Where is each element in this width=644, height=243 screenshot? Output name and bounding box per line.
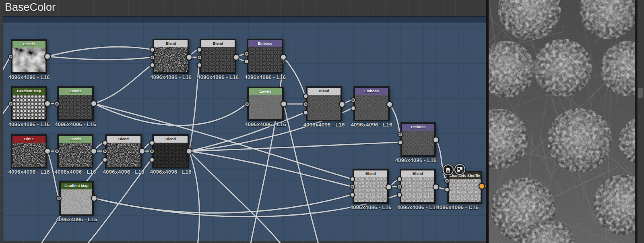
output-port[interactable] — [139, 148, 145, 154]
node-blend[interactable]: Blend — [105, 135, 142, 168]
node-header: Emboss — [355, 88, 388, 95]
input-port[interactable] — [102, 149, 107, 154]
node-blend[interactable]: Blend — [353, 169, 388, 204]
input-port[interactable] — [397, 184, 402, 189]
node-thumbnail — [12, 143, 45, 167]
input-port[interactable] — [149, 140, 155, 145]
input-port[interactable] — [150, 55, 155, 60]
input-port[interactable] — [102, 157, 107, 162]
node-dirt[interactable]: Dirt 1 — [11, 135, 47, 168]
node-levels[interactable]: Levels — [11, 39, 47, 73]
output-port[interactable] — [386, 184, 392, 190]
node-resolution-label: 4096x4096 - L16 — [55, 121, 96, 127]
graph-title: BaseColor — [5, 1, 56, 14]
node-blend[interactable]: Blend — [200, 39, 236, 73]
output-port[interactable] — [186, 148, 192, 154]
node-levels[interactable]: Levels — [248, 87, 283, 120]
node-blend[interactable]: Blend — [153, 135, 189, 168]
input-port[interactable] — [351, 106, 356, 111]
channels-icon-badge[interactable] — [454, 164, 465, 175]
input-port[interactable] — [56, 196, 62, 201]
input-port[interactable] — [150, 47, 155, 52]
input-port[interactable] — [398, 132, 403, 137]
node-thumbnail — [61, 189, 92, 214]
node-thumbnail — [249, 95, 282, 119]
input-port[interactable] — [8, 101, 13, 106]
input-port[interactable] — [244, 102, 250, 107]
node-thumbnail — [107, 143, 140, 167]
input-port[interactable] — [303, 93, 308, 99]
node-emboss[interactable]: Emboss — [401, 123, 436, 156]
input-port[interactable] — [351, 98, 356, 103]
node-blend[interactable]: Blend — [400, 169, 436, 204]
input-port[interactable] — [444, 187, 450, 192]
input-port[interactable] — [8, 54, 13, 59]
input-port[interactable] — [197, 62, 202, 68]
node-levels[interactable]: Levels — [58, 87, 93, 120]
input-port[interactable] — [54, 101, 60, 106]
node-resolution-label: 4096x4096 - L16 — [397, 204, 439, 210]
input-port[interactable] — [397, 177, 402, 182]
output-port[interactable] — [91, 195, 97, 201]
node-emboss[interactable]: Emboss — [354, 87, 389, 121]
input-port[interactable] — [444, 178, 450, 183]
input-port[interactable] — [350, 177, 355, 182]
input-port[interactable] — [197, 47, 202, 52]
node-thumbnail — [308, 95, 341, 120]
output-port[interactable] — [44, 53, 51, 60]
input-port[interactable] — [149, 149, 155, 154]
node-header: Blend — [401, 170, 434, 177]
node-resolution-label: 4096x4096 - L16 — [245, 121, 286, 127]
frame-top-band — [3, 17, 486, 23]
output-port[interactable] — [44, 100, 51, 107]
input-port[interactable] — [54, 149, 60, 154]
output-port[interactable] — [186, 54, 192, 60]
node-resolution-label: 4096x4096 - C16 — [436, 204, 478, 210]
input-port[interactable] — [397, 192, 402, 197]
output-port[interactable] — [91, 100, 97, 107]
input-port[interactable] — [149, 157, 155, 162]
input-port[interactable] — [102, 140, 107, 145]
input-port[interactable] — [150, 62, 155, 68]
node-header: Blend — [154, 136, 188, 143]
output-port[interactable] — [433, 137, 439, 143]
output-port[interactable] — [44, 148, 51, 154]
node-levels[interactable]: Levels — [58, 135, 93, 168]
input-port[interactable] — [197, 55, 202, 60]
node-gradientmap[interactable]: Gradient Map — [60, 181, 93, 216]
input-port[interactable] — [244, 51, 249, 56]
input-port[interactable] — [303, 102, 308, 107]
texture-2d-view[interactable] — [489, 0, 635, 243]
node-emboss[interactable]: Emboss — [247, 39, 283, 73]
node-header: Blend — [107, 136, 140, 143]
node-thumbnail — [59, 95, 92, 119]
output-port[interactable] — [433, 184, 439, 190]
output-port[interactable] — [339, 101, 345, 108]
node-resolution-label: 4096x4096 - L16 — [103, 169, 144, 175]
node-gradientmap[interactable]: Gradient Map — [11, 87, 47, 120]
node-header: Levels — [12, 41, 45, 48]
node-resolution-label: 4096x4096 - L16 — [55, 169, 96, 175]
app-window: BaseColor — [0, 0, 644, 243]
node-header: Levels — [59, 88, 92, 95]
node-channels[interactable]: Channels Shuffle — [448, 171, 482, 204]
output-port-active[interactable] — [479, 183, 485, 189]
document-icon-badge[interactable] — [443, 164, 454, 175]
input-port[interactable] — [350, 192, 355, 197]
node-thumbnail — [154, 143, 188, 167]
input-port[interactable] — [398, 140, 403, 145]
input-port[interactable] — [244, 59, 249, 64]
scrollbar-handle[interactable] — [638, 88, 643, 98]
output-port[interactable] — [281, 101, 287, 107]
input-port[interactable] — [350, 184, 355, 189]
node-blend[interactable]: Blend — [153, 39, 189, 73]
input-port[interactable] — [303, 110, 308, 115]
scrollbar-track[interactable] — [637, 0, 644, 243]
node-thumbnail — [12, 48, 45, 72]
output-port[interactable] — [280, 54, 287, 60]
node-header: Dirt 1 — [12, 136, 45, 143]
output-port[interactable] — [233, 54, 239, 60]
output-port[interactable] — [386, 101, 393, 108]
node-blend[interactable]: Blend — [306, 87, 342, 121]
output-port[interactable] — [91, 148, 97, 154]
